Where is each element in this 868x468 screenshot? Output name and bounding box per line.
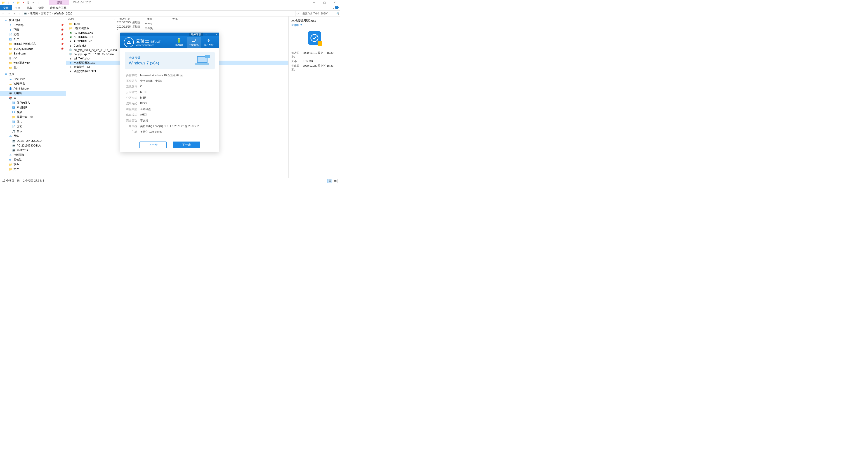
minimize-icon[interactable]: — [209,33,213,36]
ribbon-tab-file[interactable]: 文件 [0,5,12,10]
nav-item-label: PC-20190530OBLA [17,144,41,147]
details-view-button[interactable]: ☰ [327,179,332,183]
folder-icon[interactable]: 📁 [16,0,20,4]
chevron-right-icon[interactable]: › [28,12,29,15]
nav-item[interactable]: 📁excel表格制作求和📌 [0,41,66,46]
nav-item[interactable]: 🖼图片 [0,119,66,124]
refresh-button[interactable]: ⟳ [295,11,300,16]
recent-locations-button[interactable]: ▾ [13,11,16,16]
nav-item[interactable]: 📚库 [0,96,66,100]
close-button[interactable]: ✕ [330,0,340,5]
nav-item-label: 图片 [17,120,22,124]
nav-item[interactable]: 📄文档📌 [0,32,66,37]
maximize-button[interactable]: ▢ [319,0,330,5]
ribbon-expand-icon[interactable]: ⌄ [332,6,335,9]
nav-item-label: 回收站 [13,158,22,162]
search-icon[interactable]: 🔍 [336,12,340,15]
nav-item[interactable]: 📁Bandicam [0,51,66,56]
nav-item[interactable]: 📁软件 [0,162,66,167]
ribbon-tab-app-tools[interactable]: 应用程序工具 [47,5,70,10]
menu-icon[interactable]: ≡ [204,33,208,36]
column-type[interactable]: 类型 [145,17,170,21]
dialog-tab[interactable]: 🔋启动U盘 [172,37,186,48]
breadcrumb-dropdown-icon[interactable]: ⌄ [291,12,293,15]
breadcrumb-segment[interactable]: 文档 (E:) [41,11,51,15]
nav-item[interactable]: 📁文件 [0,167,66,171]
dialog-tab[interactable]: e官方网址 [202,37,216,48]
nav-item[interactable]: 🖼保存的图片 [0,100,66,105]
nav-quick-access[interactable]: ★ 快速访问 [0,18,66,23]
prev-button[interactable]: 上一步 [140,142,166,148]
pc-icon: 💻 [24,12,27,15]
file-row[interactable]: 📁Tools2020/12/25, 星期五 1…文件夹 [66,22,288,26]
ribbon-context-tab[interactable]: 管理 [49,0,69,5]
nav-item[interactable]: 🗑回收站 [0,157,66,162]
nav-item[interactable]: 🖼图片📌 [0,37,66,41]
ribbon-tab-home[interactable]: 主页 [12,5,24,10]
breadcrumb-segment[interactable]: 此电脑 [30,11,38,15]
search-input[interactable] [302,12,336,15]
nav-item[interactable]: 👤Administrator [0,86,66,91]
nav-item-icon: ⬇ [8,28,12,32]
nav-item[interactable]: 💻此电脑 [0,91,66,96]
nav-item-icon: 🖼 [8,37,12,41]
nav-item[interactable]: ⚙控制面板 [0,153,66,157]
nav-item-icon: 📚 [8,96,12,100]
help-icon[interactable]: ? [335,6,339,9]
disk-icon[interactable]: 🗄 [26,0,30,4]
breadcrumb-segment[interactable]: Win7x64_2020 [54,12,72,15]
nav-item[interactable]: 📁YUNQISHI2019📌 [0,46,66,51]
nav-item[interactable]: 📁图片 [0,65,66,70]
nav-item[interactable]: 🎞视频 [0,110,66,115]
nav-desktop[interactable]: 🖥 桌面 [0,72,66,76]
icons-view-button[interactable]: ▦ [333,179,338,183]
file-row[interactable]: 📁U盘安装教程2020/12/25, 星期五 1…文件夹 [66,26,288,31]
info-key: 系统盘符 [125,85,137,89]
nav-item-label: win7重装win7 [13,61,30,65]
chevron-right-icon[interactable]: › [38,12,40,15]
nav-item[interactable]: 💻DESKTOP-LSSOEDP [0,138,66,143]
nav-item[interactable]: 🗄G:\ [0,56,66,61]
nav-item-icon: 📁 [8,66,12,70]
next-button[interactable]: 下一步 [173,142,200,148]
nav-item[interactable]: 📁win7重装win7 [0,61,66,65]
up-button[interactable]: ↑ [17,11,22,16]
nav-item[interactable]: 💻PC-20190530OBLA [0,143,66,148]
search-box[interactable]: 🔍 [301,11,339,16]
info-value: 中文 (简体，中国) [140,79,162,83]
nav-item[interactable]: 📁天翼云盘下载 [0,115,66,119]
dropdown-icon[interactable]: ▾ [31,0,35,4]
forward-button[interactable]: → [7,11,12,16]
dialog-actions: 上一步 下一步 [120,139,219,152]
ribbon-tab-view[interactable]: 查看 [35,5,47,10]
column-name[interactable]: 名称 ʌ [66,17,117,21]
prepare-install-card: 准备安装: Windows 7 (x64) [125,52,215,69]
nav-item[interactable]: ☁OneDrive [0,76,66,82]
dialog-tabs: 🔋启动U盘🖵一键装机e官方网址 [172,37,216,48]
checkmark-icon[interactable]: ✓ [11,0,16,4]
file-icon: 📁 [69,22,72,26]
breadcrumb[interactable]: 💻 › 此电脑 › 文档 (E:) › Win7x64_2020 ⌄ [23,11,294,16]
close-icon[interactable]: ✕ [214,33,218,36]
chevron-right-icon[interactable]: › [52,12,54,15]
nav-item[interactable]: 📄文档 [0,124,66,129]
nav-item-icon: 📁 [12,115,16,119]
minimize-button[interactable]: — [309,0,319,5]
nav-item[interactable]: ⬇下载📌 [0,27,66,32]
nav-item-label: Desktop [13,24,24,27]
nav-network[interactable]: 🖧 网络 [0,134,66,138]
ribbon-tab-share[interactable]: 共享 [24,5,35,10]
nav-item[interactable]: 🖼本机照片 [0,105,66,110]
column-size[interactable]: 大小 [170,17,193,21]
nav-item[interactable]: 🎵音乐 [0,129,66,134]
back-button[interactable]: ← [1,11,6,16]
nav-item-icon: 💻 [8,92,12,95]
file-icon: ▣ [69,35,72,39]
nav-item[interactable]: 💻ZMT2019 [0,148,66,153]
dialog-tab[interactable]: 🖵一键装机 [187,37,201,48]
close-red-icon[interactable]: ✕ [21,0,25,4]
nav-item[interactable]: ☁WPS网盘 [0,82,66,86]
nav-item[interactable]: 🖥Desktop📌 [0,23,66,27]
contact-support-button[interactable]: 联系客服 [189,33,203,36]
info-key: 操作系统 [125,73,137,77]
